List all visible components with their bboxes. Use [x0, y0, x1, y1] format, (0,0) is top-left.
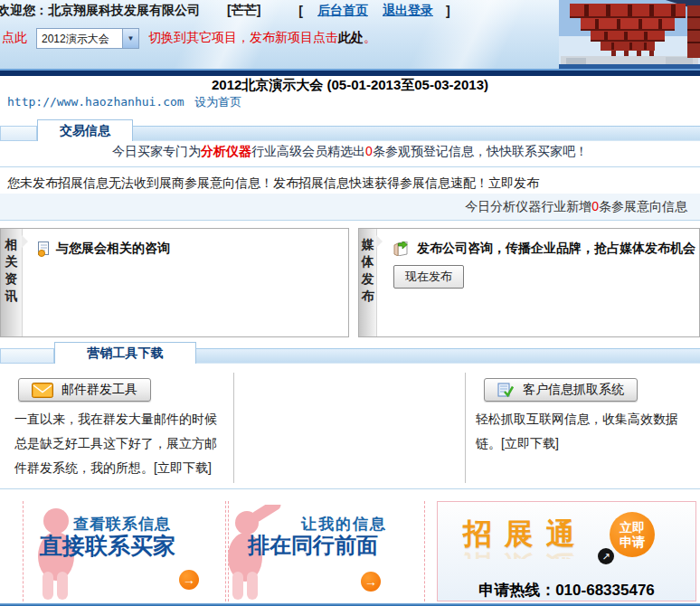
daily-post: 条参展意向信息 — [599, 199, 687, 213]
daily-pre: 今日分析仪器行业新增 — [465, 199, 591, 213]
tab-marketing-tools[interactable]: 营销工具下载 — [54, 342, 196, 364]
arrow-up-right-icon: ↗ — [598, 548, 614, 564]
tools-tab-stub — [0, 348, 54, 364]
divider — [0, 488, 700, 489]
media-panel-title: 发布公司咨询，传播企业品牌，抢占媒体发布机会 — [417, 241, 695, 257]
column-divider — [233, 373, 234, 483]
related-panel-title: 与您展会相关的咨询 — [56, 241, 170, 257]
email-blast-tool-button[interactable]: 邮件群发工具 — [18, 378, 151, 402]
publish-now-link[interactable]: 立即发布 — [488, 175, 539, 190]
customer-capture-tool-button[interactable]: 客户信息抓取系统 — [484, 378, 638, 402]
email-blast-tool-label: 邮件群发工具 — [61, 382, 137, 398]
related-panel-content: 与您展会相关的咨询 — [23, 229, 348, 336]
site-url-link[interactable]: http://www.haozhanhui.com — [7, 95, 184, 109]
banner-line2: 排在同行前面 — [248, 531, 378, 560]
arrow-right-icon: → — [179, 570, 199, 590]
zhaozhantong-banner[interactable]: 招展通 招展通 立即 申请 ↗ 申请热线：010-68335476 — [437, 501, 696, 601]
admin-home-link[interactable]: 后台首页 — [317, 3, 368, 19]
tab-trade-info[interactable]: 交易信息 — [37, 119, 133, 141]
notice-text: 您未发布招展信息无法收到展商参展意向信息！发布招展信息快速获得参展信息速配！ — [7, 175, 488, 190]
apply-now-button[interactable]: 立即 申请 — [610, 512, 655, 557]
hotline-text: 申请热线：010-68335476 — [438, 580, 695, 601]
dropdown-arrow-icon: ▼ — [122, 29, 138, 48]
page: 欢迎您：北京翔展科技发展有限公司 [芒芒] [ 后台首页 退出登录 ] 点此 2… — [0, 0, 700, 606]
rank-first-banner[interactable]: 让我的信息 排在同行前面 → — [228, 501, 425, 601]
expo-pavilion-image — [559, 0, 700, 70]
capture-icon — [497, 383, 515, 398]
contact-buyers-banner[interactable]: 查看联系信息 直接联系买家 → — [23, 501, 226, 601]
brand-reflection: 招展通 — [463, 545, 588, 559]
media-panel-side-label: 媒体发布 — [361, 236, 375, 336]
apply-line2: 申请 — [620, 535, 645, 549]
capture-download-link[interactable]: [立即下载] — [501, 436, 559, 450]
media-panel-content: 发布公司咨询，传播企业品牌，抢占媒体发布机会 现在发布 — [377, 229, 699, 336]
related-panel-side-label: 相关资讯 — [5, 236, 19, 336]
document-icon — [37, 241, 51, 257]
trade-headline: 今日买家专门为分析仪器行业高级会员精选出0条参观预登记信息，快快联系买家吧！ — [0, 144, 700, 160]
daily-count: 0 — [591, 199, 599, 213]
top-header-band: 欢迎您：北京翔展科技发展有限公司 [芒芒] [ 后台首页 退出登录 ] 点此 2… — [0, 0, 700, 70]
project-switch-bar: 点此 2012演示大会 ▼ 切换到其它项目，发布新项目点击 此处 。 — [2, 28, 376, 48]
notice-line: 您未发布招展信息无法收到展商参展意向信息！发布招展信息快速获得参展信息速配！立即… — [7, 175, 539, 192]
click-here-label: 点此 — [2, 30, 27, 46]
divider — [0, 166, 700, 167]
column-divider — [465, 373, 466, 483]
email-download-link[interactable]: [立即下载] — [154, 460, 212, 475]
customer-capture-tool-label: 客户信息抓取系统 — [523, 382, 624, 398]
publish-icon — [392, 241, 411, 256]
trade-tab-stub — [0, 126, 37, 141]
headline-pre: 今日买家专门为 — [112, 144, 201, 158]
banner-line2: 直接联系买家 — [40, 531, 175, 561]
email-tool-description: 一直以来，我在群发大量邮件的时候总是缺乏好工具这下好了，展立方邮件群发系统，我的… — [14, 407, 224, 480]
publish-now-button[interactable]: 现在发布 — [393, 265, 464, 289]
headline-count: 0 — [365, 144, 373, 158]
bracket-close: ] — [446, 4, 450, 18]
media-panel-sidebar: 媒体发布 — [359, 229, 377, 336]
switch-here-link[interactable]: 此处 — [338, 30, 364, 46]
daily-count-row: 今日分析仪器行业新增0条参展意向信息 — [0, 194, 700, 220]
apply-line1: 立即 — [620, 520, 645, 535]
capture-tool-description: 轻松抓取互联网信息，收集高效数据链。[立即下载] — [476, 407, 686, 456]
navy-divider-bar — [0, 69, 700, 76]
related-info-panel: 相关资讯 与您展会相关的咨询 — [0, 228, 349, 337]
headline-mid: 行业高级会员精选出 — [251, 144, 365, 158]
welcome-text: 欢迎您：北京翔展科技发展有限公司 — [0, 3, 200, 19]
project-select[interactable]: 2012演示大会 ▼ — [36, 28, 139, 49]
bracket-open: [ — [298, 4, 303, 18]
divider — [0, 220, 700, 221]
logout-link[interactable]: 退出登录 — [383, 3, 433, 19]
event-title: 2012北京演示大会 (05-01-2013至05-03-2013) — [0, 77, 700, 94]
set-homepage-link[interactable]: 设为首页 — [194, 95, 241, 109]
switch-text: 切换到其它项目，发布新项目点击 — [148, 30, 338, 46]
media-publish-panel: 媒体发布 发布公司咨询，传播企业品牌，抢占媒体发布机会 现在发布 — [358, 228, 700, 337]
welcome-bar: 欢迎您：北京翔展科技发展有限公司 [芒芒] [ 后台首页 退出登录 ] — [0, 3, 450, 19]
switch-period: 。 — [364, 30, 376, 46]
url-bar: http://www.haozhanhui.com 设为首页 — [7, 94, 241, 110]
project-select-value: 2012演示大会 — [37, 29, 122, 48]
headline-post: 条参观预登记信息，快快联系买家吧！ — [373, 144, 588, 158]
headline-industry: 分析仪器 — [201, 144, 251, 158]
arrow-right-icon: → — [361, 572, 381, 592]
related-panel-sidebar: 相关资讯 — [1, 229, 23, 336]
brand-reflection-text: 招展通 — [463, 545, 588, 559]
user-nickname: [芒芒] — [227, 3, 260, 19]
email-icon — [32, 383, 53, 398]
